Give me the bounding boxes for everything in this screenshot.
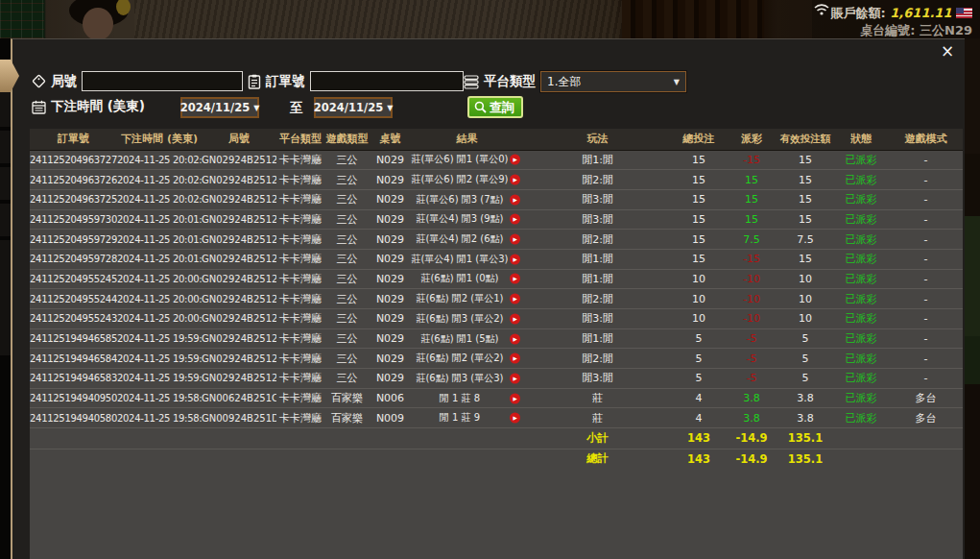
- replay-button[interactable]: ▶: [510, 234, 520, 245]
- table-number-cell: N029: [370, 209, 411, 230]
- play-type-cell: 閒2:閒: [523, 230, 672, 250]
- replay-button[interactable]: ▶: [510, 155, 520, 165]
- round-number-cell: GN02924B2512N: [202, 369, 276, 389]
- replay-button[interactable]: ▶: [510, 294, 520, 304]
- status-badge: 已派彩: [833, 189, 889, 209]
- search-button[interactable]: 查詢: [467, 96, 523, 118]
- payout-cell: -5: [726, 369, 777, 389]
- game-type-cell: 三公: [324, 189, 370, 209]
- play-type-cell: 閒1:閒: [523, 269, 672, 289]
- replay-button[interactable]: ▶: [510, 393, 520, 403]
- status-badge: 已派彩: [833, 408, 889, 428]
- platform-selected-value: 1.全部: [547, 74, 581, 90]
- replay-button[interactable]: ▶: [510, 313, 520, 324]
- replay-button[interactable]: ▶: [510, 333, 520, 344]
- platform-cell: 卡卡灣廳: [276, 209, 324, 230]
- round-number-input[interactable]: [82, 71, 243, 91]
- empty-cell: [202, 428, 276, 449]
- total-bet-cell: 15: [672, 150, 726, 170]
- platform-cell: 卡卡灣廳: [276, 289, 324, 309]
- game-type-cell: 三公: [324, 150, 370, 170]
- valid-bet-cell: 3.8: [777, 408, 833, 428]
- table-number-cell: N029: [370, 289, 411, 309]
- replay-button[interactable]: ▶: [510, 373, 520, 383]
- order-number-cell: 241125204959730: [30, 209, 117, 230]
- column-header-7: 玩法: [523, 129, 672, 150]
- total-bet-cell: 10: [672, 289, 726, 309]
- table-number-label: 桌台編號:: [860, 23, 915, 37]
- payout-cell: -10: [726, 269, 777, 289]
- order-number-cell: 241125194946583: [30, 369, 117, 389]
- column-header-6: 結果: [411, 129, 523, 150]
- order-number-cell: 241125204959728: [30, 249, 117, 269]
- valid-bet-cell: 15: [777, 209, 833, 230]
- table-row: 2411252049597282024-11-25 20:01:34GN0292…: [30, 249, 963, 269]
- empty-cell: [276, 449, 324, 469]
- column-header-1: 下注時間 (美東): [117, 129, 202, 150]
- platform-type-select[interactable]: 1.全部 ▼: [540, 71, 686, 92]
- round-number-cell: GN02924B2512Q: [202, 230, 276, 250]
- play-type-cell: 閒3:閒: [523, 189, 672, 209]
- replay-button[interactable]: ▶: [510, 274, 520, 284]
- column-header-3: 平台類型: [276, 129, 324, 150]
- result-cell: 莊(6點) 閒3 (單公3)▶: [411, 369, 523, 389]
- bettime-filter-label: 下注時間 (美東): [51, 98, 145, 115]
- empty-cell: [30, 428, 117, 449]
- balance-label: 賬戶餘額:: [831, 6, 886, 20]
- total-bet-cell: 4: [672, 408, 726, 428]
- table-number-cell: N029: [370, 349, 411, 369]
- order-number-input[interactable]: [310, 71, 464, 91]
- order-number-cell: 241125194946585: [30, 328, 117, 349]
- valid-bet-cell: 5: [777, 349, 833, 369]
- date-from-picker[interactable]: 2024/11/25 ▼: [180, 97, 259, 118]
- total-bet-cell: 10: [672, 269, 726, 289]
- game-scene-strip: 賬戶餘額: 1,611.11 桌台編號: 三公N29: [0, 0, 980, 38]
- game-mode-cell: -: [889, 249, 963, 269]
- game-mode-cell: 多台: [889, 408, 963, 428]
- play-type-cell: 閒3:閒: [523, 209, 672, 230]
- table-row: 2411251949465832024-11-25 19:59:15GN0292…: [30, 369, 963, 389]
- replay-button[interactable]: ▶: [510, 254, 520, 264]
- valid-bet-cell: 15: [777, 170, 833, 190]
- total-bet-cell: 15: [672, 209, 726, 230]
- play-type-cell: 莊: [523, 408, 672, 428]
- replay-button[interactable]: ▶: [510, 353, 520, 364]
- wifi-signal-icon: [814, 3, 829, 15]
- empty-cell: [889, 449, 963, 469]
- valid-bet-cell: 10: [777, 289, 833, 309]
- table-row: 2411251949465852024-11-25 19:59:15GN0292…: [30, 328, 963, 349]
- order-number-cell: 241125204963725: [30, 189, 117, 209]
- payout-cell: 15: [726, 189, 777, 209]
- total-bet-cell: 5: [672, 328, 726, 349]
- total-bet-cell: 5: [672, 349, 726, 369]
- result-cell: 莊(6點) 閒2 (單公2)▶: [411, 349, 523, 369]
- valid-bet-cell: 10: [777, 309, 833, 329]
- table-row: 2411252049637272024-11-25 20:02:13GN0292…: [30, 150, 963, 170]
- round-number-cell: GN02924B2512R: [202, 150, 276, 170]
- total-bet-cell: 5: [672, 369, 726, 389]
- table-number-line: 桌台編號: 三公N29: [860, 22, 972, 38]
- status-badge: 已派彩: [833, 150, 889, 170]
- game-type-cell: 三公: [324, 249, 370, 269]
- replay-button[interactable]: ▶: [510, 214, 520, 225]
- tag-icon: [32, 74, 46, 88]
- replay-button[interactable]: ▶: [510, 175, 520, 185]
- date-to-picker[interactable]: 2024/11/25 ▼: [314, 97, 393, 118]
- bet-time-cell: 2024-11-25 19:58:18: [117, 388, 202, 408]
- table-number-cell: N006: [370, 388, 411, 408]
- round-number-cell: GN02924B2512P: [202, 289, 276, 309]
- valid-bet-cell: 15: [777, 249, 833, 269]
- platform-filter-label: 平台類型: [484, 73, 536, 90]
- order-number-cell: 241125204963727: [30, 150, 117, 170]
- play-type-cell: 閒3:閒: [523, 369, 672, 389]
- replay-button[interactable]: ▶: [510, 194, 520, 205]
- replay-button[interactable]: ▶: [510, 413, 520, 424]
- game-mode-cell: -: [889, 209, 963, 230]
- table-number-cell: N029: [370, 150, 411, 170]
- search-button-label: 查詢: [490, 99, 514, 116]
- result-cell: 莊(單公4) 閒2 (6點)▶: [411, 230, 523, 250]
- game-type-cell: 三公: [324, 230, 370, 250]
- status-badge: 已派彩: [833, 309, 889, 329]
- summary-payout: -14.9: [726, 428, 777, 449]
- status-badge: 已派彩: [833, 328, 889, 349]
